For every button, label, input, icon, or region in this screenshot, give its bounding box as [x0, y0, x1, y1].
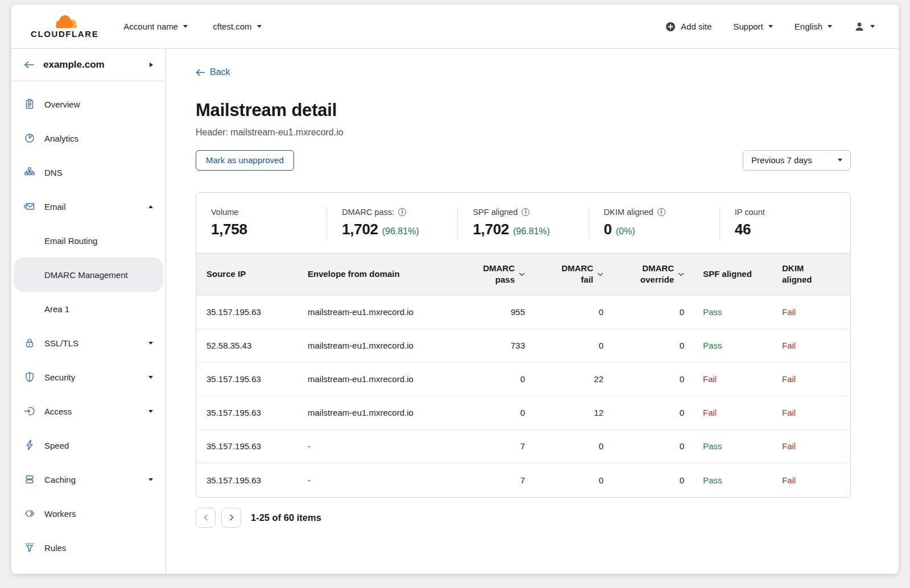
stat-percent: (96.81%): [382, 226, 419, 237]
stat-label-text: SPF aligned: [473, 208, 518, 217]
sidebar-item-access[interactable]: Access: [14, 394, 163, 428]
cell-dkim-aligned: Fail: [764, 341, 840, 350]
cell-dmarc-pass: 733: [458, 341, 525, 350]
sidebar-item-label: DNS: [44, 168, 63, 177]
stat-label: SPF alignedi: [473, 208, 588, 217]
sidebar-item-security[interactable]: Security: [14, 360, 163, 394]
chevron-down-icon: [148, 342, 153, 345]
stat-volume: Volume1,758: [196, 208, 326, 238]
chevron-down-icon: [148, 410, 153, 413]
sidebar: example.com OverviewAnalyticsDNSEmailEma…: [11, 49, 166, 574]
back-link[interactable]: Back: [196, 67, 230, 77]
cell-dmarc-pass: 7: [458, 475, 525, 485]
add-site-label: Add site: [681, 22, 712, 31]
sidebar-item-area-1[interactable]: Area 1: [14, 292, 163, 326]
sidebar-item-label: Speed: [44, 441, 69, 450]
prev-page-button[interactable]: [196, 508, 216, 528]
stat-number: 0: [604, 221, 612, 238]
stat-percent: (96.81%): [513, 226, 550, 237]
sidebar-item-rules[interactable]: Rules: [14, 531, 163, 565]
column-header-label: SPF aligned: [703, 268, 752, 280]
stats-bar: Volume1,758DMARC pass:i1,702(96.81%)SPF …: [196, 193, 850, 254]
column-header-dkim-aligned: DKIM aligned: [764, 263, 840, 286]
chevron-up-icon: [148, 205, 153, 208]
stat-label: DMARC pass:i: [342, 208, 457, 217]
info-icon[interactable]: i: [657, 208, 665, 216]
column-header-label: DMARC override: [640, 263, 674, 286]
sidebar-item-workers[interactable]: Workers: [14, 496, 163, 531]
cloudflare-logo[interactable]: CLOUDFLARE: [31, 14, 98, 39]
language-label: English: [795, 22, 822, 31]
sidebar-item-label: DMARC Management: [44, 270, 128, 280]
cell-spf-aligned: Pass: [684, 475, 764, 485]
cell-envelope-from-domain: mailstream-eu1.mxrecord.io: [299, 341, 458, 350]
shield-icon: [24, 371, 35, 383]
sidebar-item-label: Access: [44, 407, 72, 416]
sidebar-item-label: Workers: [44, 509, 76, 519]
sidebar-item-email[interactable]: Email: [14, 189, 163, 223]
chevron-right-icon: [228, 514, 235, 521]
sidebar-item-label: Overview: [44, 100, 80, 109]
site-switcher[interactable]: example.com: [11, 49, 166, 81]
cell-spf-aligned: Fail: [684, 408, 764, 417]
table-row: 35.157.195.63mailstream-eu1.mxrecord.io0…: [196, 363, 850, 396]
sidebar-item-dns[interactable]: DNS: [14, 155, 163, 189]
sidebar-item-email-routing[interactable]: Email Routing: [14, 223, 163, 258]
sidebar-item-analytics[interactable]: Analytics: [14, 121, 163, 155]
sidebar-item-speed[interactable]: Speed: [14, 428, 163, 462]
sidebar-item-dmarc-management[interactable]: DMARC Management: [14, 258, 163, 292]
stat-label: IP count: [735, 208, 850, 217]
mark-unapproved-button[interactable]: Mark as unapproved: [196, 150, 294, 171]
sidebar-item-ssl-tls[interactable]: SSL/TLS: [14, 326, 163, 360]
chevron-down-icon: [870, 25, 875, 28]
report-card: Volume1,758DMARC pass:i1,702(96.81%)SPF …: [196, 192, 851, 498]
user-menu[interactable]: [854, 21, 875, 32]
sidebar-item-label: Area 1: [44, 304, 69, 314]
info-icon[interactable]: i: [398, 208, 406, 216]
site-menu-label: cftest.com: [213, 22, 251, 31]
cell-dmarc-fail: 22: [525, 374, 603, 384]
table-body: 35.157.195.63mailstream-eu1.mxrecord.io9…: [196, 296, 850, 497]
sort-chevron-icon: [519, 272, 525, 276]
site-menu[interactable]: cftest.com: [213, 22, 261, 31]
column-header-label: DMARC pass: [483, 263, 515, 286]
stat-value: 1,702(96.81%): [342, 221, 457, 238]
support-menu[interactable]: Support: [733, 22, 773, 31]
account-menu-label: Account name: [123, 22, 178, 31]
cell-source-ip: 35.157.195.63: [206, 374, 299, 384]
main-content: Back Mailstream detail Header: mailstrea…: [166, 49, 899, 574]
sidebar-nav: OverviewAnalyticsDNSEmailEmail RoutingDM…: [11, 81, 166, 565]
info-icon[interactable]: i: [522, 208, 530, 216]
column-header-label: DMARC fail: [561, 263, 593, 286]
support-label: Support: [733, 22, 763, 31]
cell-dmarc-override: 0: [603, 408, 684, 417]
sidebar-item-caching[interactable]: Caching: [14, 462, 163, 496]
account-menu[interactable]: Account name: [123, 22, 188, 31]
column-header-dmarc-pass[interactable]: DMARC pass: [458, 263, 525, 286]
date-range-select[interactable]: Previous 7 days: [743, 150, 851, 171]
next-page-button[interactable]: [221, 508, 241, 528]
stat-value: 1,702(96.81%): [473, 221, 588, 238]
add-site-button[interactable]: Add site: [665, 22, 712, 32]
back-link-label: Back: [210, 67, 230, 77]
sidebar-item-overview[interactable]: Overview: [14, 87, 163, 121]
workers-icon: [24, 508, 35, 519]
cell-dmarc-override: 0: [603, 374, 684, 384]
stat-dmarc-pass: DMARC pass:i1,702(96.81%): [326, 208, 457, 238]
column-header-dmarc-override[interactable]: DMARC override: [603, 263, 684, 286]
table-row: 35.157.195.63-700PassFail: [196, 430, 850, 463]
chevron-down-icon: [148, 478, 153, 481]
cell-spf-aligned: Pass: [684, 441, 764, 451]
sort-chevron-icon: [597, 272, 603, 276]
column-header-dmarc-fail[interactable]: DMARC fail: [525, 263, 603, 286]
stat-spf-aligned: SPF alignedi1,702(96.81%): [457, 208, 588, 238]
language-menu[interactable]: English: [795, 22, 832, 31]
cell-source-ip: 35.157.195.63: [206, 475, 299, 485]
table-header-row: Source IPEnvelope from domainDMARC passD…: [196, 254, 850, 296]
cell-dmarc-override: 0: [603, 441, 684, 451]
clipboard-icon: [24, 98, 35, 110]
sidebar-item-label: Security: [44, 372, 75, 382]
table-row: 52.58.35.43mailstream-eu1.mxrecord.io733…: [196, 329, 850, 363]
cell-source-ip: 35.157.195.63: [206, 441, 299, 451]
chevron-down-icon: [148, 376, 153, 379]
